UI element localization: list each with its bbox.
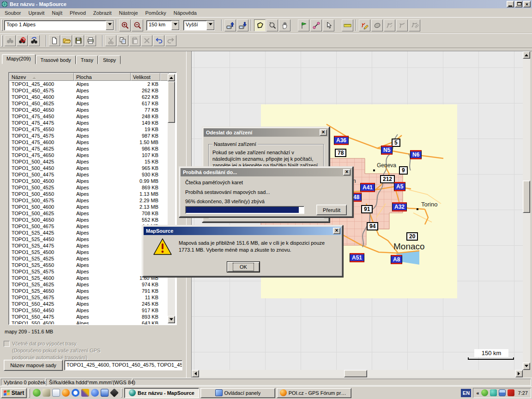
- taskbar-button-bez-nazvu-mapsource[interactable]: Bez názvu - MapSource: [124, 388, 199, 398]
- close-icon[interactable]: ×: [320, 129, 327, 136]
- menu-soubor[interactable]: Soubor: [1, 9, 24, 17]
- table-row[interactable]: TOPO1_500_4550Alpes1.13 MB: [9, 191, 169, 197]
- find-places-button[interactable]: [5, 35, 16, 46]
- erase-map-area-tool-button[interactable]: [371, 19, 383, 31]
- table-row[interactable]: TOPO1_500_4450Alpes965 KB: [9, 165, 169, 171]
- scrollbar-thumb[interactable]: [523, 181, 530, 213]
- table-row[interactable]: TOPO1_425_4600Alpes2 KB: [9, 81, 169, 87]
- quick-launch-firefox-icon[interactable]: [62, 389, 70, 397]
- map-select-tool-button[interactable]: [254, 19, 266, 31]
- product-combobox[interactable]: Topo 1 Alpes: [4, 20, 114, 30]
- new-file-button[interactable]: [49, 35, 60, 46]
- menu-nastroje[interactable]: Nástroje: [115, 9, 142, 17]
- delete-button[interactable]: [141, 35, 152, 46]
- scrollbar-thumb[interactable]: [344, 370, 367, 377]
- dialog-titlebar[interactable]: Odeslat do zařízení ×: [204, 128, 328, 137]
- menu-najit[interactable]: Najít: [48, 9, 66, 17]
- table-scrollbar[interactable]: [168, 74, 175, 323]
- quick-launch-utorrent-icon[interactable]: [33, 389, 41, 397]
- paste-button[interactable]: [129, 35, 140, 46]
- copy-button[interactable]: [117, 35, 128, 46]
- tab-trasy[interactable]: Trasy: [76, 55, 98, 64]
- table-row[interactable]: TOPO1_450_4625Alpes617 KB: [9, 100, 169, 107]
- column-header-nazev[interactable]: Název: [9, 73, 74, 81]
- table-row[interactable]: TOPO1_525_4675Alpes11 KB: [9, 294, 169, 301]
- close-icon[interactable]: ×: [333, 228, 340, 234]
- selection-tool-button[interactable]: [323, 19, 334, 31]
- zoom-in-button[interactable]: [119, 19, 131, 31]
- scrollbar-thumb[interactable]: [168, 81, 175, 123]
- track-split-tool-button[interactable]: [409, 19, 420, 31]
- start-button[interactable]: Start: [1, 388, 27, 398]
- tray-messenger-icon[interactable]: [490, 389, 497, 396]
- table-row[interactable]: TOPO1_500_4525Alpes869 KB: [9, 184, 169, 191]
- close-button[interactable]: ×: [523, 1, 531, 7]
- detail-level-combobox[interactable]: Vyšší: [183, 20, 215, 30]
- quick-launch-winzip-icon[interactable]: [110, 388, 119, 397]
- table-row[interactable]: TOPO1_550_4450Alpes917 KB: [9, 307, 169, 314]
- column-header-plocha[interactable]: Plocha: [74, 73, 131, 81]
- quick-launch-quicktime-icon[interactable]: [72, 389, 79, 397]
- save-button[interactable]: [73, 35, 84, 46]
- scroll-down-icon[interactable]: [168, 316, 175, 323]
- track-draw-tool-button[interactable]: [384, 19, 395, 31]
- close-icon[interactable]: ×: [343, 169, 351, 175]
- toolbar-grip[interactable]: [1, 35, 3, 47]
- table-row[interactable]: TOPO1_500_4600Alpes2.13 MB: [9, 204, 169, 210]
- table-row[interactable]: TOPO1_475_4600Alpes1.50 MB: [9, 139, 169, 145]
- draw-map-area-tool-button[interactable]: [359, 19, 370, 31]
- tab-stopy[interactable]: Stopy: [98, 55, 121, 64]
- table-row[interactable]: TOPO1_500_4425Alpes15 KB: [9, 158, 169, 165]
- scroll-down-icon[interactable]: [523, 363, 530, 370]
- toolbar-grip[interactable]: [1, 19, 3, 31]
- language-indicator[interactable]: EN: [461, 389, 471, 397]
- include-route-data-checkbox[interactable]: [4, 341, 10, 347]
- quick-launch-notes-icon[interactable]: [52, 389, 60, 397]
- restore-button[interactable]: [515, 1, 522, 7]
- route-tool-button[interactable]: [310, 19, 322, 31]
- open-file-button[interactable]: [61, 35, 72, 46]
- pan-tool-button[interactable]: [279, 19, 290, 31]
- table-row[interactable]: TOPO1_450_4600Alpes622 KB: [9, 94, 169, 100]
- table-row[interactable]: TOPO1_450_4575Alpes262 KB: [9, 87, 169, 94]
- waypoint-tool-button[interactable]: [298, 19, 309, 31]
- tray-ati-icon[interactable]: [508, 389, 514, 396]
- table-row[interactable]: TOPO1_475_4450Alpes248 KB: [9, 113, 169, 120]
- track-erase-tool-button[interactable]: [396, 19, 408, 31]
- scroll-left-icon[interactable]: [192, 370, 199, 377]
- taskbar-button-poi-cz-gps-forum-pro[interactable]: POI.cz - GPS Fórum pro ...: [277, 388, 351, 398]
- find-next-button[interactable]: [29, 35, 40, 46]
- receive-from-device-button[interactable]: [237, 19, 248, 31]
- table-row[interactable]: TOPO1_500_4475Alpes930 KB: [9, 171, 169, 178]
- quick-launch-picasa-icon[interactable]: [81, 389, 89, 397]
- map-vertical-scrollbar[interactable]: [523, 51, 530, 370]
- table-row[interactable]: TOPO1_525_4650Alpes791 KB: [9, 288, 169, 294]
- tray-network-icon[interactable]: [499, 389, 506, 396]
- scroll-up-icon[interactable]: [523, 51, 530, 59]
- mapset-name-field[interactable]: TOPO1_425_4600, TOPO1_450_4575, TOPO1_45…: [64, 360, 182, 370]
- redo-button[interactable]: [165, 35, 176, 46]
- table-row[interactable]: TOPO1_475_4475Alpes149 KB: [9, 120, 169, 126]
- column-header-velikost[interactable]: Velikost: [131, 73, 160, 81]
- quick-launch-media-player-icon[interactable]: [91, 389, 99, 397]
- menu-pomucky[interactable]: Pomůcky: [142, 9, 170, 17]
- table-row[interactable]: TOPO1_550_4500Alpes643 KB: [9, 320, 169, 324]
- table-row[interactable]: TOPO1_550_4475Alpes893 KB: [9, 314, 169, 320]
- tray-collapse-icon[interactable]: «: [476, 390, 479, 396]
- minimize-button[interactable]: [507, 1, 514, 7]
- menu-zobrazit[interactable]: Zobrazit: [90, 9, 115, 17]
- table-row[interactable]: TOPO1_450_4650Alpes77 KB: [9, 107, 169, 113]
- table-row[interactable]: TOPO1_550_4425Alpes245 KB: [9, 301, 169, 307]
- ok-button[interactable]: OK: [227, 262, 260, 272]
- dialog-titlebar[interactable]: Probíhá odesílání do... ×: [181, 168, 351, 176]
- table-row[interactable]: TOPO1_500_4650Alpes552 KB: [9, 217, 169, 223]
- table-body[interactable]: TOPO1_425_4600Alpes2 KBTOPO1_450_4575Alp…: [9, 81, 169, 324]
- chevron-down-icon[interactable]: [206, 21, 214, 30]
- table-row[interactable]: TOPO1_475_4650Alpes107 KB: [9, 152, 169, 158]
- print-button[interactable]: [85, 35, 96, 46]
- table-row[interactable]: TOPO1_475_4575Alpes987 KB: [9, 133, 169, 139]
- table-row[interactable]: TOPO1_525_4625Alpes974 KB: [9, 281, 169, 288]
- window-titlebar[interactable]: Bez názvu - MapSource ×: [0, 0, 532, 8]
- zoom-tool-button[interactable]: [266, 19, 278, 31]
- taskbar-button-ovladaci-panely[interactable]: Ovládací panely: [200, 388, 275, 398]
